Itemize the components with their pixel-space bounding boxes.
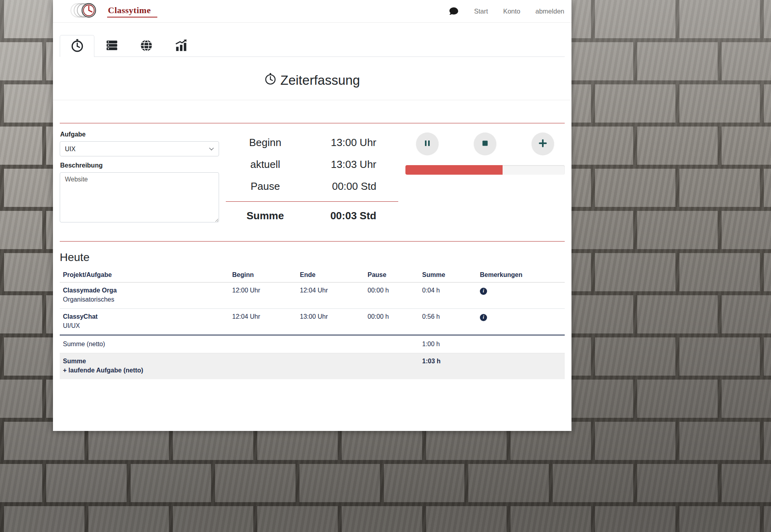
cell-pause: 00:00 h [364, 283, 419, 309]
cell-bemerkungen: i [477, 283, 565, 309]
progress-fill [405, 165, 503, 175]
pause-icon [424, 140, 431, 148]
navbar-links: Start Konto abmelden [448, 6, 564, 16]
app-window: Classytime Start Konto abmelden [53, 0, 571, 431]
tab-projekte[interactable] [94, 35, 129, 57]
total-value: 1:03 h [419, 353, 477, 380]
total-sublabel: + laufende Aufgabe (netto) [63, 367, 226, 374]
beschreibung-label: Beschreibung [60, 162, 219, 169]
control-buttons [405, 133, 565, 155]
add-button[interactable] [532, 133, 554, 155]
tab-bar [60, 35, 565, 57]
nav-link-start[interactable]: Start [474, 8, 488, 15]
timer-row-beginn: Beginn 13:00 Uhr [226, 132, 398, 154]
timer-value: 13:00 Uhr [305, 136, 376, 149]
cell-pause: 00:00 h [364, 309, 419, 335]
stopwatch-icon [264, 73, 276, 88]
timer-value: 00:00 Std [305, 180, 376, 193]
project-name: ClassyChat [63, 313, 226, 320]
cell-beginn: 12:04 Uhr [229, 309, 297, 335]
col-summe: Summe [419, 268, 477, 283]
total-label-cell: Summe + laufende Aufgabe (netto) [60, 353, 229, 380]
tab-zeiterfassung[interactable] [60, 35, 94, 57]
cell-bemerkungen: i [477, 309, 565, 335]
timer-label: Beginn [226, 136, 305, 149]
summe-value: 00:03 Std [305, 210, 376, 222]
info-icon[interactable]: i [480, 314, 487, 321]
page-title: Zeiterfassung [53, 73, 571, 88]
timer-controls [405, 131, 565, 227]
classytime-logo-icon [69, 1, 106, 21]
brand-name: Classytime [107, 5, 157, 18]
server-icon [106, 39, 118, 53]
task-form: Aufgabe UIX Beschreibung Website [60, 131, 219, 227]
netto-row: Summe (netto) 1:00 h [60, 335, 565, 353]
netto-label: Summe (netto) [60, 335, 229, 353]
col-ende: Ende [297, 268, 364, 283]
table-row: Classymade Orga Organisatorisches 12:00 … [60, 283, 565, 309]
chart-icon [174, 39, 188, 54]
clock-icon [70, 39, 84, 54]
table-header-row: Projekt/Aufgabe Beginn Ende Pause Summe … [60, 268, 565, 283]
total-row: Summe + laufende Aufgabe (netto) 1:03 h [60, 353, 565, 380]
cell-summe: 0:56 h [419, 309, 477, 335]
brand-logo-link[interactable]: Classytime [69, 1, 157, 21]
timer-row-summe: Summe 00:03 Std [226, 205, 398, 227]
project-task: Organisatorisches [63, 296, 226, 303]
today-table: Projekt/Aufgabe Beginn Ende Pause Summe … [60, 268, 565, 379]
nav-link-konto[interactable]: Konto [503, 8, 520, 15]
summe-label: Summe [226, 210, 305, 222]
col-pause: Pause [364, 268, 419, 283]
cell-project: ClassyChat UI/UX [60, 309, 229, 335]
timer-readout: Beginn 13:00 Uhr aktuell 13:03 Uhr Pause… [226, 131, 398, 227]
aufgabe-label: Aufgabe [60, 131, 219, 138]
pause-button[interactable] [416, 133, 438, 155]
divider-gray [53, 100, 571, 100]
netto-value: 1:00 h [419, 335, 477, 353]
nav-link-abmelden[interactable]: abmelden [536, 8, 564, 15]
chat-bubble-icon[interactable] [448, 6, 459, 16]
timer-row-aktuell: aktuell 13:03 Uhr [226, 154, 398, 175]
beschreibung-textarea[interactable]: Website [60, 172, 219, 222]
aufgabe-select[interactable]: UIX [60, 141, 219, 156]
page-title-text: Zeiterfassung [280, 73, 360, 88]
total-label: Summe [63, 358, 226, 365]
timer-section: Aufgabe UIX Beschreibung Website Beginn … [60, 131, 565, 227]
stop-button[interactable] [474, 133, 496, 155]
col-bemerkungen: Bemerkungen [477, 268, 565, 283]
top-navbar: Classytime Start Konto abmelden [53, 0, 571, 23]
col-projekt-aufgabe: Projekt/Aufgabe [60, 268, 229, 283]
project-task: UI/UX [63, 322, 226, 329]
timer-label: aktuell [226, 158, 305, 171]
info-icon[interactable]: i [480, 288, 487, 295]
cell-beginn: 12:00 Uhr [229, 283, 297, 309]
divider-red-bottom [60, 241, 565, 242]
timer-row-pause: Pause 00:00 Std [226, 175, 398, 197]
tab-global[interactable] [129, 35, 164, 57]
globe-icon [140, 39, 153, 54]
plus-icon [539, 139, 547, 148]
timer-value: 13:03 Uhr [305, 158, 376, 171]
timer-progress-bar [405, 165, 565, 175]
cell-summe: 0:04 h [419, 283, 477, 309]
aufgabe-select-wrap: UIX [60, 141, 219, 156]
cell-project: Classymade Orga Organisatorisches [60, 283, 229, 309]
today-heading: Heute [60, 251, 565, 264]
tab-statistik[interactable] [164, 35, 198, 57]
cell-ende: 13:00 Uhr [297, 309, 364, 335]
project-name: Classymade Orga [63, 287, 226, 294]
stop-icon [482, 140, 488, 148]
cell-ende: 12:04 Uhr [297, 283, 364, 309]
table-row: ClassyChat UI/UX 12:04 Uhr 13:00 Uhr 00:… [60, 309, 565, 335]
col-beginn: Beginn [229, 268, 297, 283]
timer-label: Pause [226, 180, 305, 193]
divider-red-sum [226, 201, 398, 202]
divider-red-top [60, 123, 565, 123]
